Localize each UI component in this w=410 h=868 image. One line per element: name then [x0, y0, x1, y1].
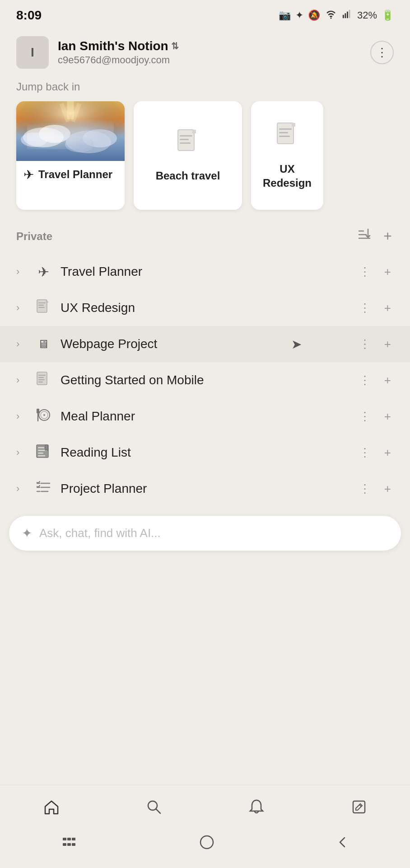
ux-redesign-add-button[interactable]: +	[382, 299, 394, 317]
card-beach-noimg: Beach travel	[134, 101, 242, 210]
plane-icon: ✈	[23, 167, 34, 182]
bottom-nav	[0, 785, 410, 868]
svg-rect-29	[38, 307, 45, 308]
svg-rect-2	[345, 13, 346, 18]
svg-rect-1	[343, 15, 344, 18]
tab-edit-button[interactable]	[341, 793, 377, 821]
travel-planner-more-button[interactable]: ⋮	[356, 263, 373, 281]
nav-item-travel-planner[interactable]: › ✈ Travel Planner ⋮ +	[0, 254, 410, 290]
card-beach-travel[interactable]: Beach travel	[134, 101, 242, 210]
svg-line-53	[156, 809, 160, 813]
ai-sparkle-icon: ✦	[22, 526, 32, 541]
svg-rect-62	[200, 836, 213, 849]
nav-item-meal-planner[interactable]: › Meal Planner ⋮ +	[0, 398, 410, 434]
reading-list-more-button[interactable]: ⋮	[356, 444, 373, 462]
camera-icon: 📷	[279, 9, 291, 21]
svg-rect-44	[38, 453, 43, 454]
svg-rect-59	[63, 843, 66, 846]
system-home-button[interactable]	[190, 830, 224, 857]
card-travel-planner[interactable]: ✈ Travel Planner	[16, 101, 125, 210]
tab-notifications-button[interactable]	[238, 793, 275, 821]
signal-icon	[342, 9, 353, 22]
getting-started-more-button[interactable]: ⋮	[356, 372, 373, 389]
private-label: Private	[16, 230, 52, 243]
getting-started-add-button[interactable]: +	[382, 372, 394, 389]
svg-rect-30	[37, 372, 47, 385]
svg-point-7	[23, 127, 64, 147]
project-planner-icon	[34, 480, 52, 498]
svg-rect-18	[180, 139, 189, 140]
tab-search-button[interactable]	[136, 793, 172, 821]
svg-rect-19	[180, 142, 191, 144]
nav-item-project-planner[interactable]: › Project Planner ⋮ +	[0, 471, 410, 507]
webpage-project-add-button[interactable]: +	[382, 335, 394, 353]
meal-planner-icon	[34, 407, 52, 426]
svg-rect-23	[279, 132, 288, 133]
system-nav	[0, 826, 410, 868]
chevron-right-icon-gs: ›	[16, 374, 27, 386]
battery-percent: 32%	[357, 9, 377, 21]
svg-point-40	[43, 414, 45, 416]
svg-rect-58	[72, 838, 75, 840]
card-travel-image	[16, 101, 125, 161]
more-vertical-icon: ⋮	[376, 46, 388, 60]
webpage-project-icon: 🖥	[34, 337, 52, 351]
ux-redesign-more-button[interactable]: ⋮	[356, 299, 373, 317]
workspace-email: c9e5676d@moodjoy.com	[58, 54, 179, 66]
getting-started-icon	[34, 371, 52, 390]
private-add-button[interactable]: +	[382, 226, 394, 246]
webpage-project-more-button[interactable]: ⋮	[356, 335, 373, 353]
reading-list-label: Reading List	[61, 445, 356, 460]
svg-rect-45	[38, 455, 45, 457]
travel-planner-add-button[interactable]: +	[382, 263, 394, 281]
card-ux-redesign[interactable]: UX Redesign	[251, 101, 323, 210]
svg-point-11	[83, 129, 117, 147]
status-bar: 8:09 📷 ✦ 🔕 32% 🔋	[0, 0, 410, 27]
ux-redesign-actions: ⋮ +	[356, 299, 394, 317]
svg-rect-54	[353, 801, 365, 813]
recent-cards-scroll[interactable]: ✈ Travel Planner Beach travel	[0, 101, 410, 221]
travel-planner-label: Travel Planner	[61, 264, 356, 279]
reading-list-add-button[interactable]: +	[382, 444, 394, 462]
ux-redesign-label: UX Redesign	[61, 301, 356, 315]
workspace-name[interactable]: Ian Smith's Notion ⇅	[58, 39, 179, 53]
tab-home-button[interactable]	[33, 793, 70, 821]
nav-item-ux-redesign[interactable]: › UX Redesign ⋮ +	[0, 290, 410, 326]
private-section-header: Private +	[0, 221, 410, 250]
card-ux-noimg: UX Redesign	[251, 101, 323, 210]
ai-search-bar[interactable]: ✦ Ask, chat, find with AI...	[9, 516, 401, 551]
meal-planner-add-button[interactable]: +	[382, 408, 394, 425]
getting-started-label: Getting Started on Mobile	[61, 373, 356, 387]
svg-point-0	[331, 18, 332, 19]
svg-rect-4	[349, 10, 350, 18]
project-planner-label: Project Planner	[61, 481, 356, 496]
project-planner-more-button[interactable]: ⋮	[356, 480, 373, 498]
nav-item-reading-list[interactable]: › Reading List ⋮ +	[0, 434, 410, 471]
svg-rect-22	[279, 128, 292, 130]
jump-back-in-label: Jump back in	[0, 76, 410, 101]
avatar[interactable]: I	[16, 36, 49, 69]
system-menu-button[interactable]	[52, 832, 86, 855]
header-more-button[interactable]: ⋮	[370, 41, 394, 64]
sort-button[interactable]	[355, 226, 374, 246]
ai-placeholder-text: Ask, chat, find with AI...	[39, 526, 388, 540]
status-icons: 📷 ✦ 🔕 32% 🔋	[279, 9, 394, 22]
svg-rect-26	[37, 300, 47, 312]
project-planner-add-button[interactable]: +	[382, 480, 394, 498]
svg-rect-60	[67, 843, 71, 846]
svg-rect-3	[347, 12, 348, 19]
meal-planner-more-button[interactable]: ⋮	[356, 408, 373, 425]
webpage-project-label: Webpage Project	[61, 337, 356, 351]
mute-icon: 🔕	[308, 9, 320, 21]
nav-list: › ✈ Travel Planner ⋮ + › UX Redesign ⋮ +…	[0, 250, 410, 507]
private-actions: +	[355, 226, 394, 246]
svg-rect-43	[38, 450, 46, 451]
card-ux-title: UX Redesign	[260, 162, 314, 190]
webpage-project-actions: ⋮ +	[356, 335, 394, 353]
nav-item-webpage-project[interactable]: › 🖥 Webpage Project ➤ ⋮ +	[0, 326, 410, 362]
svg-rect-57	[67, 838, 71, 840]
svg-rect-42	[38, 447, 44, 448]
reading-list-icon	[34, 443, 52, 462]
nav-item-getting-started[interactable]: › Getting Started on Mobile ⋮ +	[0, 362, 410, 398]
system-back-button[interactable]	[327, 830, 358, 857]
